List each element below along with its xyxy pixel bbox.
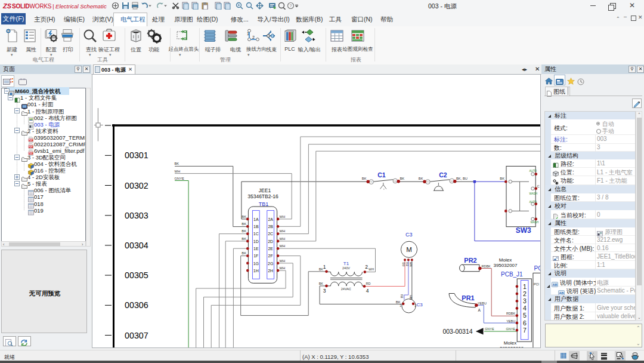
svg-text:AUTO: AUTO	[530, 170, 537, 173]
svg-text:JEE1: JEE1	[259, 187, 271, 193]
svg-text:T1: T1	[343, 261, 349, 266]
svg-text:1C: 1C	[253, 232, 259, 236]
svg-text:BK: BK	[362, 177, 367, 180]
svg-text:WH: WH	[280, 259, 286, 263]
svg-text:24VAC: 24VAC	[341, 287, 351, 291]
svg-text:WASH: WASH	[531, 221, 539, 224]
svg-text:1D: 1D	[253, 239, 259, 244]
svg-text:00301: 00301	[125, 150, 148, 160]
svg-text:96: 96	[394, 180, 397, 183]
svg-text:4: 4	[523, 304, 527, 312]
svg-text:00303: 00303	[125, 211, 148, 220]
svg-text:2: 2	[365, 264, 368, 270]
svg-text:2B: 2B	[268, 224, 273, 229]
svg-text:RDBK: RDBK	[506, 312, 516, 315]
svg-text:96: 96	[451, 180, 454, 183]
svg-text:7: 7	[523, 327, 527, 334]
svg-text:240V: 240V	[342, 266, 350, 270]
svg-text:395032008: 395032008	[500, 346, 524, 347]
svg-text:PC: PC	[534, 265, 541, 272]
svg-text:WASH: WASH	[530, 192, 538, 195]
svg-text:BK: BK	[419, 177, 423, 180]
svg-text:2G: 2G	[268, 262, 273, 266]
svg-text:RD: RD	[366, 282, 371, 285]
svg-text:Molex: Molex	[499, 257, 512, 263]
svg-text:C: C	[537, 184, 540, 188]
svg-text:GNYE: GNYE	[506, 327, 515, 331]
svg-text:AB: AB	[559, 291, 564, 295]
svg-text:WH: WH	[280, 229, 286, 233]
svg-text:3: 3	[523, 297, 527, 304]
svg-text:1A: 1A	[253, 217, 259, 222]
svg-text:1: 1	[523, 283, 527, 290]
svg-text:1B: 1B	[253, 224, 259, 229]
svg-text:WH: WH	[280, 244, 286, 248]
svg-text:1E: 1E	[253, 247, 259, 251]
svg-text:C2: C2	[439, 171, 447, 179]
svg-text:BK: BK	[319, 267, 324, 271]
svg-text:2: 2	[252, 35, 255, 39]
svg-text:GNYE: GNYE	[175, 177, 185, 180]
svg-text:WH: WH	[280, 266, 286, 270]
svg-text:2H: 2H	[268, 269, 273, 273]
svg-text:2F: 2F	[268, 254, 273, 258]
svg-text:WH: WH	[369, 267, 374, 271]
svg-text:1G: 1G	[253, 262, 259, 266]
svg-text:BK: BK	[242, 251, 246, 255]
svg-text:YEBU: YEBU	[478, 302, 487, 305]
svg-text:BK: BK	[242, 237, 246, 241]
svg-text:3: 3	[323, 288, 326, 294]
svg-text:WH: WH	[410, 295, 413, 300]
svg-text:1H: 1H	[253, 269, 259, 273]
svg-text:WH: WH	[410, 262, 413, 267]
svg-text:00304: 00304	[125, 241, 148, 250]
svg-text:5: 5	[523, 312, 527, 319]
svg-text:AUTO: AUTO	[530, 201, 537, 204]
svg-text:TB1: TB1	[259, 201, 269, 207]
svg-text:C3: C3	[417, 302, 423, 307]
svg-text:1: 1	[400, 304, 401, 307]
svg-text:2E: 2E	[268, 247, 273, 251]
svg-text:BK: BK	[500, 177, 504, 180]
svg-text:2D: 2D	[268, 239, 273, 244]
svg-text:RDBK: RDBK	[482, 264, 491, 268]
svg-text:GNYE: GNYE	[485, 327, 494, 331]
svg-text:PCB_J1: PCB_J1	[501, 271, 523, 278]
svg-text:4: 4	[366, 288, 369, 294]
svg-text:BK: BK	[242, 229, 246, 233]
svg-text:1F: 1F	[253, 254, 258, 258]
svg-text:RD: RD	[402, 262, 405, 266]
svg-text:WH: WH	[175, 170, 181, 173]
svg-text:BK: BK	[400, 177, 405, 180]
svg-text:95: 95	[370, 180, 373, 183]
svg-text:35346TB2-16: 35346TB2-16	[247, 193, 278, 199]
svg-text:M: M	[406, 246, 412, 253]
svg-text:BK: BK	[175, 162, 179, 165]
svg-text:SW3: SW3	[516, 226, 531, 235]
svg-text:95: 95	[426, 180, 429, 183]
svg-text:2A: 2A	[268, 217, 273, 222]
svg-text:YEBU: YEBU	[506, 319, 515, 323]
svg-text:A: A	[478, 308, 481, 312]
svg-text:003-00314: 003-00314	[442, 328, 472, 335]
svg-text:BK: BK	[242, 222, 246, 226]
svg-text:395032007: 395032007	[493, 263, 518, 268]
svg-text:PR1: PR1	[462, 294, 474, 302]
svg-text:WH: WH	[280, 237, 286, 241]
svg-text:6: 6	[523, 319, 527, 327]
svg-text:BK, BU: BK, BU	[456, 177, 467, 180]
svg-text:WH: WH	[280, 215, 286, 219]
svg-text:00307: 00307	[125, 331, 148, 340]
svg-text:AB: AB	[553, 282, 558, 286]
svg-text:2: 2	[523, 290, 527, 297]
svg-text:00302: 00302	[125, 181, 148, 190]
svg-text:2C: 2C	[268, 232, 273, 236]
svg-text:C3: C3	[405, 232, 413, 238]
svg-text:BU: BU	[401, 294, 404, 298]
svg-text:00305: 00305	[125, 270, 148, 280]
svg-text:00306: 00306	[125, 300, 148, 310]
svg-text:PR2: PR2	[464, 257, 476, 264]
svg-text:Molex: Molex	[504, 340, 516, 346]
svg-text:PCI: PCI	[534, 282, 540, 286]
svg-text:C1: C1	[377, 171, 386, 179]
